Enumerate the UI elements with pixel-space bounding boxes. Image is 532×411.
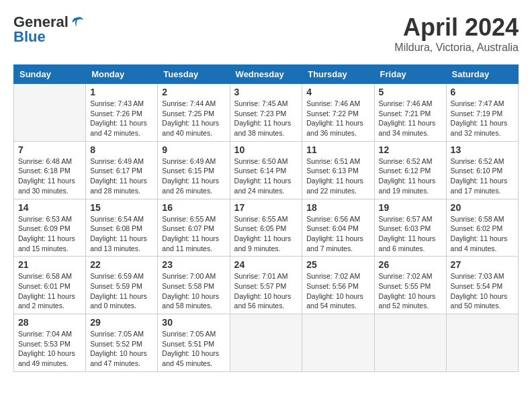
column-header-tuesday: Tuesday (158, 65, 230, 84)
cell-info: Sunrise: 7:03 AMSunset: 5:54 PMDaylight:… (451, 271, 514, 311)
day-number: 3 (234, 87, 298, 97)
day-cell: 24Sunrise: 7:01 AMSunset: 5:57 PMDayligh… (230, 257, 302, 314)
location: Mildura, Victoria, Australia (394, 42, 519, 54)
day-number: 23 (162, 259, 225, 270)
day-cell: 20Sunrise: 6:58 AMSunset: 6:02 PMDayligh… (446, 199, 518, 257)
day-number: 28 (18, 317, 81, 328)
cell-info: Sunrise: 7:05 AMSunset: 5:52 PMDaylight:… (90, 329, 153, 369)
day-cell: 13Sunrise: 6:52 AMSunset: 6:10 PMDayligh… (446, 141, 518, 199)
week-row-4: 21Sunrise: 6:58 AMSunset: 6:01 PMDayligh… (14, 257, 519, 314)
day-number: 21 (18, 259, 81, 270)
cell-info: Sunrise: 6:55 AMSunset: 6:05 PMDaylight:… (234, 214, 298, 254)
cell-info: Sunrise: 6:52 AMSunset: 6:10 PMDaylight:… (451, 156, 514, 196)
day-number: 26 (379, 259, 442, 270)
cell-info: Sunrise: 6:54 AMSunset: 6:08 PMDaylight:… (90, 214, 153, 254)
day-cell: 2Sunrise: 7:44 AMSunset: 7:25 PMDaylight… (158, 84, 230, 142)
cell-info: Sunrise: 7:02 AMSunset: 5:56 PMDaylight:… (306, 271, 369, 311)
day-cell: 25Sunrise: 7:02 AMSunset: 5:56 PMDayligh… (302, 257, 374, 314)
day-number: 4 (306, 87, 369, 97)
day-number: 6 (451, 87, 514, 97)
week-row-5: 28Sunrise: 7:04 AMSunset: 5:53 PMDayligh… (14, 314, 519, 372)
day-cell: 29Sunrise: 7:05 AMSunset: 5:52 PMDayligh… (86, 314, 158, 372)
day-cell: 9Sunrise: 6:49 AMSunset: 6:15 PMDaylight… (158, 141, 230, 199)
week-row-1: 1Sunrise: 7:43 AMSunset: 7:26 PMDaylight… (14, 84, 519, 142)
day-number: 20 (451, 202, 514, 213)
cell-info: Sunrise: 6:59 AMSunset: 5:59 PMDaylight:… (90, 271, 153, 311)
day-number: 14 (18, 202, 81, 213)
calendar-table: SundayMondayTuesdayWednesdayThursdayFrid… (13, 64, 519, 372)
day-cell: 8Sunrise: 6:49 AMSunset: 6:17 PMDaylight… (86, 141, 158, 199)
day-number: 25 (306, 259, 369, 270)
column-header-monday: Monday (86, 65, 158, 84)
cell-info: Sunrise: 7:05 AMSunset: 5:51 PMDaylight:… (162, 329, 225, 369)
day-cell: 14Sunrise: 6:53 AMSunset: 6:09 PMDayligh… (14, 199, 86, 257)
cell-info: Sunrise: 7:02 AMSunset: 5:55 PMDaylight:… (379, 271, 442, 311)
cell-info: Sunrise: 6:57 AMSunset: 6:03 PMDaylight:… (379, 214, 442, 254)
day-number: 17 (234, 202, 298, 213)
logo-bird-icon (70, 15, 85, 30)
day-cell: 11Sunrise: 6:51 AMSunset: 6:13 PMDayligh… (302, 141, 374, 199)
day-cell: 21Sunrise: 6:58 AMSunset: 6:01 PMDayligh… (14, 257, 86, 314)
cell-info: Sunrise: 6:53 AMSunset: 6:09 PMDaylight:… (18, 214, 81, 254)
column-header-saturday: Saturday (446, 65, 518, 84)
logo: General Blue (13, 13, 85, 46)
day-number: 22 (90, 259, 153, 270)
day-number: 16 (162, 202, 225, 213)
day-cell (302, 314, 374, 372)
day-number: 27 (451, 259, 514, 270)
day-cell: 1Sunrise: 7:43 AMSunset: 7:26 PMDaylight… (86, 84, 158, 142)
week-row-2: 7Sunrise: 6:48 AMSunset: 6:18 PMDaylight… (14, 141, 519, 199)
cell-info: Sunrise: 7:04 AMSunset: 5:53 PMDaylight:… (18, 329, 81, 369)
day-number: 29 (90, 317, 153, 328)
day-cell: 10Sunrise: 6:50 AMSunset: 6:14 PMDayligh… (230, 141, 302, 199)
title-block: April 2024 Mildura, Victoria, Australia (394, 13, 519, 54)
day-number: 8 (90, 144, 153, 155)
cell-info: Sunrise: 6:49 AMSunset: 6:15 PMDaylight:… (162, 156, 225, 196)
day-cell: 28Sunrise: 7:04 AMSunset: 5:53 PMDayligh… (14, 314, 86, 372)
day-number: 18 (306, 202, 369, 213)
day-cell: 23Sunrise: 7:00 AMSunset: 5:58 PMDayligh… (158, 257, 230, 314)
day-cell: 7Sunrise: 6:48 AMSunset: 6:18 PMDaylight… (14, 141, 86, 199)
day-cell: 27Sunrise: 7:03 AMSunset: 5:54 PMDayligh… (446, 257, 518, 314)
column-header-wednesday: Wednesday (230, 65, 302, 84)
day-number: 5 (379, 87, 442, 97)
day-cell: 16Sunrise: 6:55 AMSunset: 6:07 PMDayligh… (158, 199, 230, 257)
day-number: 12 (379, 144, 442, 155)
day-number: 19 (379, 202, 442, 213)
column-header-sunday: Sunday (14, 65, 86, 84)
column-header-friday: Friday (374, 65, 446, 84)
day-cell: 22Sunrise: 6:59 AMSunset: 5:59 PMDayligh… (86, 257, 158, 314)
day-cell: 17Sunrise: 6:55 AMSunset: 6:05 PMDayligh… (230, 199, 302, 257)
cell-info: Sunrise: 6:51 AMSunset: 6:13 PMDaylight:… (306, 156, 369, 196)
day-cell (230, 314, 302, 372)
day-cell: 15Sunrise: 6:54 AMSunset: 6:08 PMDayligh… (86, 199, 158, 257)
header-row: SundayMondayTuesdayWednesdayThursdayFrid… (14, 65, 519, 84)
day-cell: 30Sunrise: 7:05 AMSunset: 5:51 PMDayligh… (158, 314, 230, 372)
day-cell: 4Sunrise: 7:46 AMSunset: 7:22 PMDaylight… (302, 84, 374, 142)
day-cell: 12Sunrise: 6:52 AMSunset: 6:12 PMDayligh… (374, 141, 446, 199)
cell-info: Sunrise: 7:46 AMSunset: 7:22 PMDaylight:… (306, 99, 369, 138)
day-number: 30 (162, 317, 225, 328)
cell-info: Sunrise: 6:55 AMSunset: 6:07 PMDaylight:… (162, 214, 225, 254)
cell-info: Sunrise: 7:44 AMSunset: 7:25 PMDaylight:… (162, 99, 225, 138)
page-header: General Blue April 2024 Mildura, Victori… (13, 13, 519, 54)
logo-blue: Blue (13, 28, 46, 46)
day-cell (374, 314, 446, 372)
day-cell: 18Sunrise: 6:56 AMSunset: 6:04 PMDayligh… (302, 199, 374, 257)
day-number: 10 (234, 144, 298, 155)
cell-info: Sunrise: 7:43 AMSunset: 7:26 PMDaylight:… (90, 99, 153, 138)
day-cell: 26Sunrise: 7:02 AMSunset: 5:55 PMDayligh… (374, 257, 446, 314)
day-cell: 19Sunrise: 6:57 AMSunset: 6:03 PMDayligh… (374, 199, 446, 257)
week-row-3: 14Sunrise: 6:53 AMSunset: 6:09 PMDayligh… (14, 199, 519, 257)
cell-info: Sunrise: 7:46 AMSunset: 7:21 PMDaylight:… (379, 99, 442, 138)
day-cell: 6Sunrise: 7:47 AMSunset: 7:19 PMDaylight… (446, 84, 518, 142)
month-title: April 2024 (394, 13, 519, 42)
day-number: 15 (90, 202, 153, 213)
cell-info: Sunrise: 6:58 AMSunset: 6:01 PMDaylight:… (18, 271, 81, 311)
day-cell: 3Sunrise: 7:45 AMSunset: 7:23 PMDaylight… (230, 84, 302, 142)
cell-info: Sunrise: 6:52 AMSunset: 6:12 PMDaylight:… (379, 156, 442, 196)
day-cell (14, 84, 86, 142)
day-number: 9 (162, 144, 225, 155)
day-cell (446, 314, 518, 372)
day-cell: 5Sunrise: 7:46 AMSunset: 7:21 PMDaylight… (374, 84, 446, 142)
